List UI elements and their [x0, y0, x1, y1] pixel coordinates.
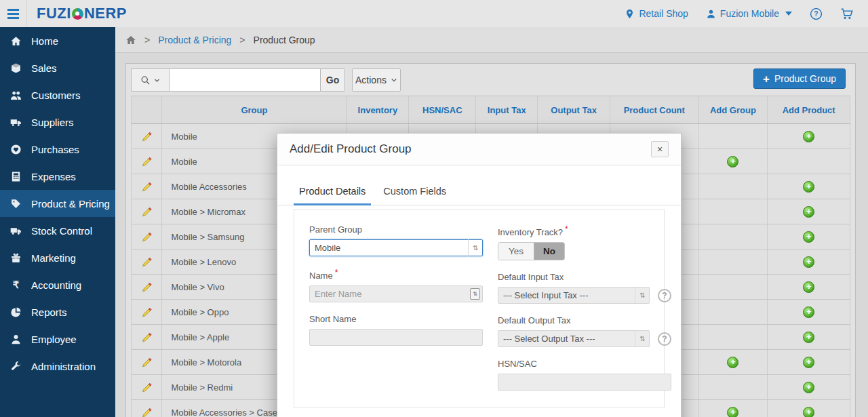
- modal-close-button[interactable]: ×: [651, 141, 669, 157]
- col-header-group[interactable]: Group: [162, 96, 347, 123]
- sidebar-item[interactable]: Accounting: [0, 271, 115, 298]
- sidebar-item[interactable]: Suppliers: [0, 108, 115, 136]
- sidebar-item-icon: [10, 306, 22, 318]
- help-button[interactable]: [810, 7, 823, 20]
- edit-pencil-icon[interactable]: [140, 155, 153, 168]
- add-group-cell: [699, 325, 768, 349]
- breadcrumb-current-page: Product Group: [254, 35, 315, 45]
- edit-pencil-icon[interactable]: [140, 130, 153, 143]
- cart-button[interactable]: [840, 7, 853, 20]
- add-group-plus-icon[interactable]: [727, 407, 738, 417]
- default-input-tax-select[interactable]: --- Select Input Tax --- ⇅: [498, 287, 650, 304]
- output-tax-help-icon[interactable]: ?: [658, 332, 671, 346]
- edit-pencil-icon[interactable]: [140, 180, 153, 193]
- add-product-group-button[interactable]: Product Group: [753, 68, 846, 89]
- actions-button[interactable]: Actions: [352, 68, 401, 92]
- search-input[interactable]: [169, 68, 321, 92]
- sidebar-item-icon: [10, 198, 22, 210]
- sidebar-item[interactable]: Administration: [0, 353, 115, 380]
- sidebar-item-label: Purchases: [31, 144, 79, 155]
- search-options-button[interactable]: [131, 68, 169, 92]
- add-product-plus-icon[interactable]: [803, 407, 814, 417]
- col-header-inventory[interactable]: Inventory: [347, 96, 409, 123]
- table-header-row: Group Inventory HSN/SAC Input Tax Output…: [131, 96, 850, 124]
- add-group-plus-icon[interactable]: [727, 357, 738, 368]
- location-selector[interactable]: Retail Shop: [625, 8, 688, 19]
- select-spinner-icon: ⇅: [635, 330, 650, 347]
- hsn-sac-input[interactable]: [498, 374, 671, 391]
- short-name-input[interactable]: [309, 329, 483, 346]
- edit-cell: [131, 350, 162, 374]
- sidebar-item-label: Expenses: [31, 171, 76, 182]
- parent-group-select[interactable]: Mobile ⇅: [309, 239, 483, 256]
- tab-custom-fields[interactable]: Custom Fields: [378, 186, 452, 205]
- add-product-plus-icon[interactable]: [803, 382, 814, 393]
- sidebar-item[interactable]: Stock Control: [0, 217, 115, 244]
- cart-icon: [840, 7, 853, 20]
- select-spinner-icon: ⇅: [468, 239, 483, 256]
- sidebar-item-icon: [10, 144, 22, 155]
- breadcrumb-home-icon[interactable]: [125, 35, 136, 45]
- add-product-plus-icon[interactable]: [803, 181, 814, 193]
- sidebar-item[interactable]: Purchases: [0, 136, 115, 163]
- add-group-plus-icon[interactable]: [727, 156, 738, 167]
- col-header-output-tax[interactable]: Output Tax: [538, 96, 610, 123]
- sidebar-item[interactable]: Expenses: [0, 163, 115, 190]
- sidebar-item[interactable]: Reports: [0, 298, 115, 325]
- edit-pencil-icon[interactable]: [140, 205, 153, 218]
- add-product-group-label: Product Group: [774, 73, 836, 84]
- sidebar-item-label: Customers: [31, 90, 81, 101]
- sidebar-item[interactable]: Product & Pricing: [0, 190, 115, 217]
- add-product-plus-icon[interactable]: [803, 306, 814, 318]
- edit-pencil-icon[interactable]: [140, 256, 153, 269]
- hsn-sac-field: HSN/SAC: [498, 359, 671, 391]
- location-label: Retail Shop: [639, 8, 688, 19]
- sidebar-item[interactable]: Home: [0, 27, 115, 54]
- name-input[interactable]: [309, 285, 483, 302]
- tab-product-details[interactable]: Product Details: [294, 186, 371, 205]
- edit-pencil-icon[interactable]: [140, 306, 153, 319]
- logo-text-prefix: FUZI: [37, 5, 71, 22]
- add-group-cell: [699, 250, 768, 274]
- col-header-input-tax[interactable]: Input Tax: [476, 96, 538, 123]
- edit-pencil-icon[interactable]: [140, 331, 153, 344]
- add-product-plus-icon[interactable]: [803, 256, 814, 268]
- parent-group-value: Mobile: [315, 243, 340, 253]
- edit-pencil-icon[interactable]: [140, 406, 153, 417]
- sidebar-item[interactable]: Employee: [0, 325, 115, 353]
- breadcrumb-link-product-pricing[interactable]: Product & Pricing: [158, 35, 231, 45]
- parent-group-field: Parent Group Mobile ⇅: [309, 224, 483, 256]
- chevron-down-icon: [391, 77, 397, 83]
- add-product-cell: [768, 375, 850, 399]
- breadcrumb: > Product & Pricing > Product Group: [115, 27, 868, 53]
- add-product-plus-icon[interactable]: [803, 281, 814, 293]
- default-input-tax-value: --- Select Input Tax ---: [503, 290, 588, 300]
- menu-toggle-icon[interactable]: [0, 0, 27, 27]
- add-product-plus-icon[interactable]: [803, 332, 814, 343]
- add-product-plus-icon[interactable]: [803, 131, 814, 142]
- col-header-product-count[interactable]: Product Count: [610, 96, 699, 123]
- sidebar-item[interactable]: Customers: [0, 81, 115, 108]
- breadcrumb-separator: >: [239, 35, 245, 45]
- go-button[interactable]: Go: [321, 68, 345, 92]
- edit-pencil-icon[interactable]: [140, 381, 153, 394]
- sidebar-item[interactable]: Marketing: [0, 244, 115, 271]
- edit-pencil-icon[interactable]: [140, 231, 153, 243]
- input-tax-help-icon[interactable]: ?: [658, 289, 671, 302]
- add-product-plus-icon[interactable]: [803, 206, 814, 218]
- user-menu[interactable]: Fuzion Mobile: [706, 8, 792, 19]
- sidebar-item-label: Employee: [31, 334, 77, 345]
- sidebar-item-icon: [10, 279, 22, 291]
- inventory-track-yes-button[interactable]: Yes: [498, 243, 534, 260]
- sidebar-item[interactable]: Sales: [0, 54, 115, 81]
- edit-pencil-icon[interactable]: [140, 281, 153, 294]
- col-header-hsn-sac[interactable]: HSN/SAC: [409, 96, 476, 123]
- default-output-tax-select[interactable]: --- Select Output Tax --- ⇅: [498, 330, 650, 347]
- add-product-plus-icon[interactable]: [803, 357, 814, 368]
- inventory-track-no-button[interactable]: No: [534, 243, 564, 260]
- add-product-plus-icon[interactable]: [803, 231, 814, 243]
- search-icon: [140, 75, 151, 85]
- breadcrumb-separator: >: [144, 35, 150, 45]
- edit-pencil-icon[interactable]: [140, 356, 153, 369]
- required-asterisk: *: [335, 268, 338, 277]
